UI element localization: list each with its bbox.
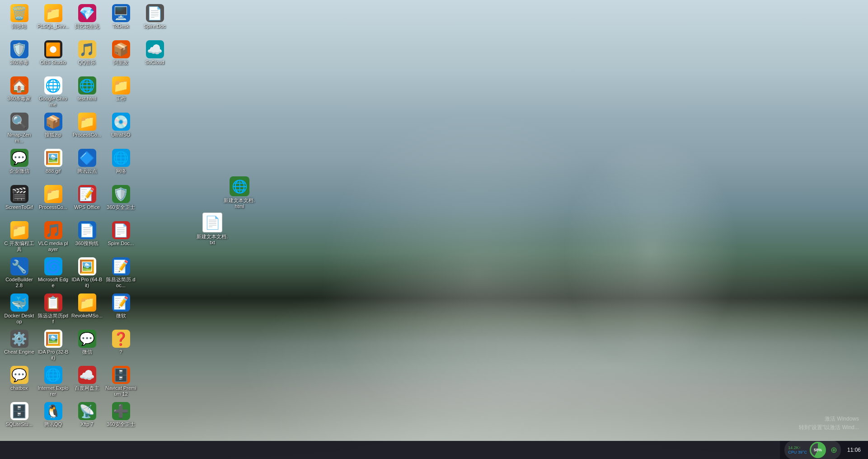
desktop-icon-qiye[interactable]: 💬企业微信: [2, 147, 36, 183]
icon-img-360guard: ➕: [112, 402, 130, 420]
desktop-icon-codebuilder[interactable]: 🔧CodeBuilder 2.8: [2, 256, 36, 292]
desktop-icon-nmap[interactable]: 🔍Nmap-Zenm...: [2, 111, 36, 147]
desktop-icon-qqmusic[interactable]: 🎵QQ音乐: [70, 38, 104, 75]
desktop-icon-gongzuo[interactable]: 📁工作: [104, 75, 138, 111]
desktop-icon-360shajvjia[interactable]: 🏠360杀毒家: [2, 75, 36, 111]
icon-img-qqpenguin: 🐧: [44, 402, 62, 420]
desktop-icon-spiredoc2[interactable]: 📄Spire.Doc: [138, 2, 172, 38]
desktop-icon-spiredoc[interactable]: 📄Spire.Doc...: [104, 219, 138, 256]
desktop-icon-navicat[interactable]: 🗄️Navicat Premium 12: [104, 364, 138, 400]
icon-img-unknown: ❓: [112, 330, 130, 348]
desktop-icon-wpsoffice[interactable]: 📝WPS Office: [70, 183, 104, 219]
desktop-icon-cheatengine[interactable]: ⚙️Cheat Engine: [2, 328, 36, 364]
desktop-icon-screentogif[interactable]: 🎬ScreenToGif: [2, 183, 36, 219]
icon-img-qqmusic: 🎵: [78, 40, 96, 58]
desktop-icon-idapro64[interactable]: 🖼️IDA Pro (64-Bit): [70, 256, 104, 292]
desktop-icon-revokems[interactable]: 📁RevokeMSo...: [70, 292, 104, 328]
icon-img-nmap: 🔍: [10, 113, 28, 131]
desktop-icon-chrome[interactable]: 🌐Google Chrome: [36, 75, 70, 111]
scattered-icon-new-html[interactable]: 🌐新建文本文档.html: [221, 176, 258, 209]
desktop-icon-obs[interactable]: ⏺️OBS Studio: [36, 38, 70, 75]
icon-label-jiebao: 搜狐zip: [45, 132, 61, 138]
desktop-icon-sqlitestudio[interactable]: 🗄️SQLiteStu...: [2, 400, 36, 436]
icon-label-weixin: 微信: [82, 349, 92, 355]
desktop-icon-todesk[interactable]: 🖥️ToDesk: [104, 2, 138, 38]
system-tray: 14.2K↑ CPU 39°C 58% ⊕ 11:06: [780, 441, 868, 459]
icon-img-spiredoc: 📄: [112, 221, 130, 239]
desktop-icon-yuandali[interactable]: 📝陈昌达简历.doc...: [104, 256, 138, 292]
desktop-icon-360safe[interactable]: 🛡️360安全卫士: [104, 183, 138, 219]
desktop-icon-360shouji[interactable]: 📄360搜狗纸: [70, 219, 104, 256]
scattered-icon-new-txt[interactable]: 📄新建文本文档.txt: [194, 213, 230, 246]
icon-img-huwang: ☁️: [78, 366, 96, 384]
desktop-icon-huwang[interactable]: ☁️百度网盘主: [70, 364, 104, 400]
sys-monitor-widget: 14.2K↑ CPU 39°C 58% ⊕: [784, 440, 841, 459]
desktop-icon-beiyonghua[interactable]: 💎贝艺花生无: [70, 2, 104, 38]
icon-label-wangluo: 网络: [116, 168, 126, 174]
icon-label-chatbox: chatbox: [10, 385, 28, 391]
desktop-icon-jiebao[interactable]: 📦搜狐zip: [36, 111, 70, 147]
desktop-icon-wps2[interactable]: 📝微软: [104, 292, 138, 328]
desktop-icon-processcom[interactable]: 📁ProcessCo...: [36, 183, 70, 219]
icon-img-ultraiso: 💿: [112, 113, 130, 131]
desktop-icon-plsqldev[interactable]: 📁PLSQL_Dev...: [36, 2, 70, 38]
icon-img-tengxundian: 🔷: [78, 149, 96, 167]
icon-img-codebuilder: 🔧: [10, 257, 28, 275]
icon-img-revokems: 📁: [78, 293, 96, 312]
icon-img-360weishi: 🛡️: [10, 40, 28, 58]
icon-label-yuandali: 陈昌达简历.doc...: [105, 277, 137, 289]
desktop-icons-area: 🗑️回收站🛡️360杀毒🏠360杀毒家🔍Nmap-Zenm...💬企业微信🎬Sc…: [0, 0, 172, 459]
icon-img-obs: ⏺️: [44, 40, 62, 58]
desktop-icon-wangluo[interactable]: 🌐网络: [104, 147, 138, 183]
arc-browser-icon[interactable]: ⊕: [830, 445, 837, 455]
desktop-icon-ultraiso[interactable]: 💿UltraISO: [104, 111, 138, 147]
desktop-icon-processcom2[interactable]: 📁ProcessCo...: [70, 111, 104, 147]
desktop-icon-gif888[interactable]: 🖼️888.gif: [36, 147, 70, 183]
desktop-icon-docker[interactable]: 🐳Docker Desktop: [2, 292, 36, 328]
icon-label-tengxundian: 腾讯云点: [77, 168, 97, 174]
icon-label-idapro32: IDA Pro (32-Bit): [38, 349, 69, 361]
desktop-icon-weixin[interactable]: 💬微信: [70, 328, 104, 364]
desktop-icon-huishouzan[interactable]: 🗑️回收站: [2, 2, 36, 38]
desktop-icon-qqpenguin[interactable]: 🐧腾讯QQ: [36, 400, 70, 436]
desktop-icon-ie[interactable]: 🌐Internet Explorer: [36, 364, 70, 400]
icon-label-docker: Docker Desktop: [4, 313, 35, 325]
icon-img-processcom: 📁: [44, 185, 62, 203]
desktop-icon-idapro32[interactable]: 🖼️IDA Pro (32-Bit): [36, 328, 70, 364]
icon-img-sqlitestudio: 🗄️: [10, 402, 28, 420]
desktop-icon-yuandahistory[interactable]: 📋陈远达简历pdf: [36, 292, 70, 328]
clock-time: 11:06: [847, 447, 861, 453]
desktop-icon-msedge[interactable]: 🌀Microsoft Edge: [36, 256, 70, 292]
icon-label-gif888: 888.gif: [46, 168, 61, 174]
desktop-icon-chatbox[interactable]: 💬chatbox: [2, 364, 36, 400]
desktop-icon-tengxundian[interactable]: 🔷腾讯云点: [70, 147, 104, 183]
icon-label-alijige: 阿里发: [113, 60, 128, 66]
desktop-icon-360weishi[interactable]: 🛡️360杀毒: [2, 38, 36, 75]
icon-label-wpsoffice: WPS Office: [74, 204, 100, 210]
desktop-icon-alijige[interactable]: 📦阿里发: [104, 38, 138, 75]
icon-img-socloud: ☁️: [146, 40, 164, 58]
icon-label-processcom: ProcessCo...: [39, 204, 67, 210]
icon-img-docker: 🐳: [10, 293, 28, 312]
desktop-icon-unknown[interactable]: ❓?: [104, 328, 138, 364]
desktop-icon-socloud[interactable]: ☁️SoCloud: [138, 38, 172, 75]
icon-img-360safe: 🛡️: [112, 185, 130, 203]
desktop-icon-testhtml[interactable]: 🌐test.html: [70, 75, 104, 111]
icon-img-plsqldev: 📁: [44, 4, 62, 22]
desktop-icon-xftp7[interactable]: 📡Xftp 7: [70, 400, 104, 436]
icon-label-360safe: 360安全卫士: [107, 204, 135, 210]
icon-label-360shajvjia: 360杀毒家: [8, 96, 31, 102]
icon-label-obs: OBS Studio: [40, 60, 66, 66]
scattered-label-new-txt: 新建文本文档.txt: [197, 234, 228, 246]
icon-img-chatbox: 💬: [10, 366, 28, 384]
icon-img-gif888: 🖼️: [44, 149, 62, 167]
icon-label-msedge: Microsoft Edge: [38, 277, 69, 289]
icon-label-screentogif: ScreenToGif: [5, 204, 33, 210]
desktop-icon-vlc[interactable]: 🎵VLC media player: [36, 219, 70, 256]
desktop-icon-kaifachengxu[interactable]: 📁C 开发编程工具: [2, 219, 36, 256]
icon-label-gongzuo: 工作: [116, 96, 126, 102]
icon-img-chrome: 🌐: [44, 76, 62, 95]
icon-label-vlc: VLC media player: [38, 241, 69, 252]
cpu-usage-circle[interactable]: 58%: [810, 442, 826, 458]
desktop-icon-360guard[interactable]: ➕360安全卫士: [104, 400, 138, 436]
